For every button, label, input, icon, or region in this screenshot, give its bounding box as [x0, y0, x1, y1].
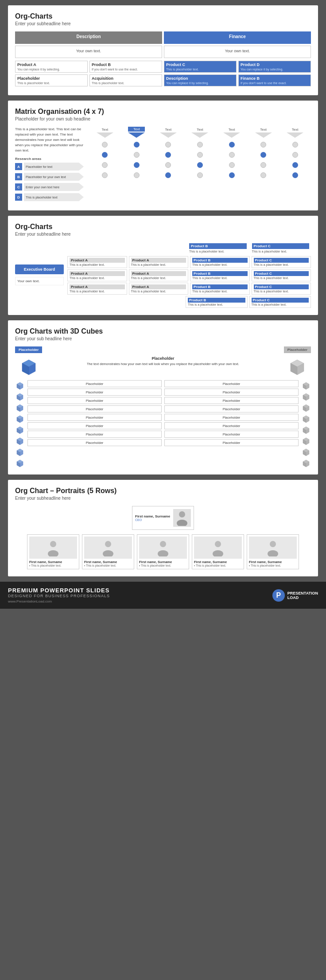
- product-c-card: Product C This is placeholder text.: [164, 61, 237, 73]
- slide5-title: Org Chart – Portraits (5 Rows): [15, 487, 311, 495]
- desc-header: Description: [15, 31, 162, 44]
- ceo-title: CEO: [135, 518, 171, 521]
- footer-title: PREMIUM POWERPOINT SLIDES: [8, 587, 110, 594]
- svg-point-63: [213, 550, 223, 556]
- matrix-row-b: B Placeholder for your own text: [15, 173, 84, 181]
- placeholder-left: Placeholder: [15, 346, 42, 353]
- finance-b-card: Finance B If you don't want to use the e…: [238, 74, 311, 86]
- right-cube-5: [301, 424, 311, 434]
- right-cube-3: [301, 402, 311, 412]
- matrix-dots-c: [89, 161, 311, 169]
- side-cube-3: [15, 402, 25, 412]
- cube-blue-icon: [18, 354, 40, 377]
- side-cube-2: [15, 391, 25, 401]
- desc-text: Your own text.: [15, 46, 162, 58]
- placeholder-right: Placeholder: [284, 346, 311, 353]
- svg-point-54: [179, 511, 185, 517]
- right-cube-4: [301, 413, 311, 423]
- ceo-avatar: [173, 509, 191, 527]
- ceo-card: First name, Surname CEO: [132, 506, 194, 530]
- side-cube-1: [15, 380, 25, 390]
- top-product-c: Product C This is a placeholder text.: [250, 242, 311, 254]
- slide-5: Org Chart – Portraits (5 Rows) Enter you…: [8, 480, 318, 576]
- matrix-row-c: C Enter your own text here: [15, 183, 84, 191]
- grid-cell-l3: Placeholder: [27, 397, 162, 404]
- cube-gray-icon: [286, 354, 308, 377]
- logo-p-icon: P: [272, 589, 285, 602]
- side-cube-8: [15, 458, 25, 467]
- top-product-b: Product B This is a placeholder text.: [187, 242, 248, 254]
- exec-board: Executive Board: [15, 264, 64, 274]
- grid-cell-l4: Placeholder: [27, 405, 162, 412]
- grid-cell-l5: Placeholder: [27, 414, 162, 421]
- slide4-subtitle: Enter your sub headline here: [15, 336, 311, 341]
- side-cube-7: [15, 447, 25, 456]
- footer: PREMIUM POWERPOINT SLIDES DESIGNED FOR B…: [0, 582, 326, 609]
- ceo-name: First name, Surname: [135, 514, 171, 518]
- center-placeholder-label: Placeholder: [46, 356, 280, 361]
- matrix-intro: This is a placeholder text. This text ca…: [15, 127, 84, 153]
- right-cube-1: [301, 380, 311, 390]
- research-label: Research areas: [15, 157, 84, 161]
- team-card-5: First name, Surname • This is placeholde…: [247, 534, 299, 569]
- right-cube-8: [301, 458, 311, 467]
- grid-cell-r5: Placeholder: [164, 414, 299, 421]
- finance-header: Finance: [164, 31, 311, 44]
- right-cube-7: [301, 447, 311, 456]
- grid-cell-l7: Placeholder: [27, 431, 162, 438]
- svg-point-65: [268, 550, 278, 556]
- product-b-card: Product B If you don't want to use the e…: [89, 61, 162, 73]
- svg-point-64: [270, 541, 276, 547]
- team-row: First name, Surname • This is placeholde…: [15, 534, 311, 569]
- svg-point-56: [50, 541, 56, 547]
- side-cube-6: [15, 436, 25, 445]
- right-cube-6: [301, 436, 311, 445]
- team-card-3: First name, Surname • This is placeholde…: [137, 534, 189, 569]
- svg-point-61: [158, 550, 168, 556]
- matrix-row-d: D This is placeholder text: [15, 193, 84, 201]
- footer-logo: P PRESENTATION LOAD: [272, 589, 318, 602]
- grid-row-4: Product B This is a placeholder text. Pr…: [67, 296, 311, 308]
- grid-cell-l1: Placeholder: [27, 380, 162, 387]
- matrix-dots-a: [89, 140, 311, 148]
- grid-cell-r6: Placeholder: [164, 422, 299, 429]
- side-cube-5: [15, 424, 25, 434]
- slide2-title: Matrix Organisation (4 x 7): [15, 108, 311, 116]
- svg-point-57: [48, 550, 58, 556]
- grid-cell-l6: Placeholder: [27, 422, 162, 429]
- svg-point-59: [103, 550, 113, 556]
- slide3-title: Org-Charts: [15, 223, 311, 231]
- side-cube-4: [15, 413, 25, 423]
- svg-point-58: [105, 541, 111, 547]
- svg-point-60: [160, 541, 166, 547]
- product-a-card: Product A You can replace it by selectin…: [15, 61, 88, 73]
- svg-point-62: [215, 541, 221, 547]
- acquisition-card: Acquisition This is placeholder text.: [89, 74, 162, 86]
- grid-cell-l8: Placeholder: [27, 439, 162, 446]
- slide1-subtitle: Enter your subheadline here: [15, 21, 311, 26]
- grid-cell-r1: Placeholder: [164, 380, 299, 387]
- slide2-subtitle: Placeholder for your own sub headline: [15, 117, 311, 121]
- right-cube-2: [301, 391, 311, 401]
- team-card-2: First name, Surname • This is placeholde…: [82, 534, 134, 569]
- your-text: Your own text.: [15, 277, 64, 285]
- matrix-row-a: A Placeholder for text: [15, 163, 84, 171]
- placeholder-card: Placeholder This is placeholder text.: [15, 74, 88, 86]
- grid-cell-r7: Placeholder: [164, 431, 299, 438]
- matrix-dots-d: [89, 171, 311, 179]
- grid-cell-r4: Placeholder: [164, 405, 299, 412]
- grid-cell-r8: Placeholder: [164, 439, 299, 446]
- svg-point-55: [177, 520, 187, 526]
- slide4-title: Org Charts with 3D Cubes: [15, 327, 311, 335]
- grid-cell-r2: Placeholder: [164, 389, 299, 396]
- slide-1: Org-Charts Enter your subheadline here D…: [8, 5, 318, 95]
- finance-text: Your own text.: [164, 46, 311, 58]
- description-card: Description You can replace it by select…: [164, 74, 237, 86]
- logo-text: PRESENTATION LOAD: [287, 591, 318, 600]
- center-placeholder-desc: The text demonstrates how your own text …: [46, 362, 280, 367]
- team-card-4: First name, Surname • This is placeholde…: [192, 534, 244, 569]
- slide-4: Org Charts with 3D Cubes Enter your sub …: [8, 320, 318, 474]
- grid-cell-l2: Placeholder: [27, 389, 162, 396]
- matrix-dots-b: [89, 151, 311, 159]
- slide3-subtitle: Enter your subheadline here: [15, 232, 311, 237]
